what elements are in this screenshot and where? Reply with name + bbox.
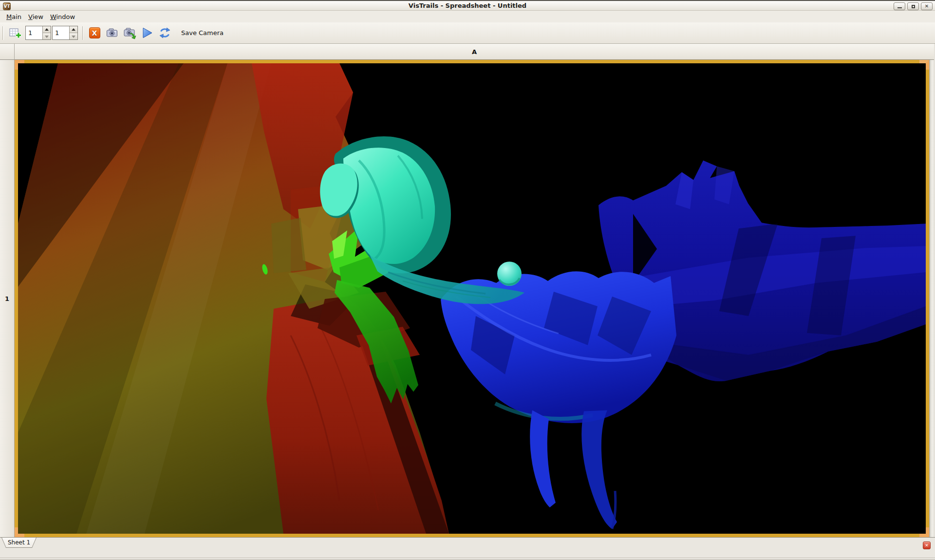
play-cell-button[interactable] <box>139 25 155 41</box>
rows-spin-down-button[interactable] <box>43 33 51 39</box>
camera-icon <box>106 26 119 39</box>
window-controls: ✕ <box>894 2 933 10</box>
menu-item-main[interactable]: Main <box>3 12 25 21</box>
sheet-tab-bar: Sheet 1 ✕ <box>0 538 935 560</box>
close-icon: ✕ <box>921 3 932 10</box>
sheet-tab-label: Sheet 1 <box>2 538 36 547</box>
isosurface-visualization <box>18 63 926 534</box>
delete-cell-icon: X <box>89 27 100 38</box>
toolbar: X <box>0 22 935 44</box>
rows-spinbox <box>25 26 51 40</box>
window-title: VisTrails - Spreadsheet - Untitled <box>0 2 935 9</box>
minimize-button[interactable] <box>894 2 905 10</box>
corner-header-cell[interactable] <box>0 44 15 60</box>
sheet-tab[interactable]: Sheet 1 <box>1 538 37 548</box>
close-button[interactable]: ✕ <box>921 2 933 10</box>
update-cells-button[interactable] <box>157 25 172 41</box>
window-bottom-edge <box>0 558 935 558</box>
delete-cell-button[interactable]: X <box>87 25 102 41</box>
selection-corner <box>15 60 24 70</box>
minimize-icon <box>898 7 902 8</box>
camera-button[interactable] <box>104 25 120 41</box>
maximize-icon <box>912 5 915 8</box>
menu-bar: Main View Window <box>0 11 935 22</box>
title-bar: VT VisTrails - Spreadsheet - Untitled ✕ <box>0 0 935 11</box>
play-icon <box>141 26 154 39</box>
maximize-button[interactable] <box>907 2 919 10</box>
cols-spinbox <box>52 26 78 40</box>
toolbar-handle <box>2 26 4 40</box>
vistrails-spreadsheet-window: VT VisTrails - Spreadsheet - Untitled ✕ … <box>0 0 935 560</box>
row-header-1[interactable]: 1 <box>0 60 15 537</box>
cols-spin-up-button[interactable] <box>70 26 77 33</box>
column-header-a[interactable]: A <box>15 44 934 60</box>
save-camera-button[interactable]: Save Camera <box>177 27 227 38</box>
new-sheet-button[interactable] <box>7 25 22 41</box>
sheet-right-edge <box>929 60 935 537</box>
camera-export-button[interactable] <box>122 25 137 41</box>
tab-close-button[interactable]: ✕ <box>923 541 931 549</box>
menu-item-view[interactable]: View <box>25 12 47 21</box>
selection-corner <box>15 527 24 537</box>
column-header-row: A <box>0 44 934 60</box>
rows-spin-up-button[interactable] <box>43 26 51 33</box>
spreadsheet: A 1 <box>0 44 935 538</box>
selection-corner <box>919 60 929 70</box>
menu-item-window[interactable]: Window <box>47 12 78 21</box>
cols-spinbox-input[interactable] <box>53 26 69 39</box>
new-sheet-icon <box>8 26 21 39</box>
camera-export-icon <box>123 26 136 39</box>
vistrails-app-icon: VT <box>3 2 11 10</box>
rows-spinbox-input[interactable] <box>26 26 42 39</box>
cols-spin-down-button[interactable] <box>70 33 77 39</box>
selection-corner <box>919 527 929 537</box>
sync-icon <box>158 26 171 39</box>
toolbar-separator <box>82 26 83 40</box>
spreadsheet-cell-a1[interactable] <box>15 60 929 537</box>
